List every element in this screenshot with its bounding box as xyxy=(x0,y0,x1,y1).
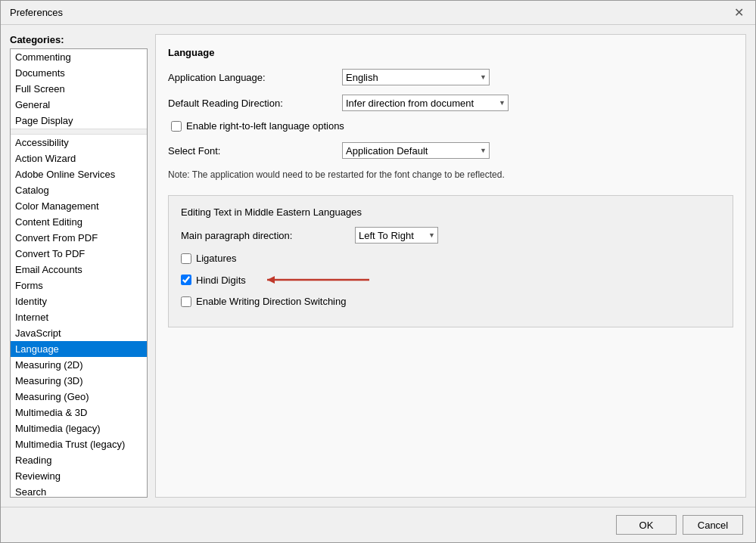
sidebar-item-search[interactable]: Search xyxy=(11,484,147,498)
default-reading-select-wrapper[interactable]: Infer direction from document Left to Ri… xyxy=(342,95,509,111)
content-panel: Language Application Language: English F… xyxy=(155,34,746,498)
app-language-label: Application Language: xyxy=(168,72,342,83)
svg-marker-1 xyxy=(267,276,275,284)
middle-eastern-title: Editing Text in Middle Eastern Languages xyxy=(181,206,720,218)
sidebar-list[interactable]: Commenting Documents Full Screen General… xyxy=(10,48,148,498)
hindi-digits-label[interactable]: Hindi Digits xyxy=(196,275,246,286)
sidebar-item-catalog[interactable]: Catalog xyxy=(11,182,147,198)
sidebar-item-commenting[interactable]: Commenting xyxy=(11,49,147,65)
sidebar-item-documents[interactable]: Documents xyxy=(11,65,147,81)
sidebar-item-measuring2d[interactable]: Measuring (2D) xyxy=(11,357,147,373)
sidebar-item-measuring3d[interactable]: Measuring (3D) xyxy=(11,373,147,389)
sidebar-item-reviewing[interactable]: Reviewing xyxy=(11,468,147,484)
sidebar-item-internet[interactable]: Internet xyxy=(11,309,147,325)
enable-writing-label[interactable]: Enable Writing Direction Switching xyxy=(196,296,346,307)
main-paragraph-label: Main paragraph direction: xyxy=(181,230,355,241)
sidebar-item-convertfrompdf[interactable]: Convert From PDF xyxy=(11,230,147,246)
close-button[interactable]: ✕ xyxy=(731,5,746,20)
titlebar: Preferences ✕ xyxy=(1,1,755,25)
default-reading-label: Default Reading Direction: xyxy=(168,98,342,109)
sidebar-divider xyxy=(11,129,147,135)
section-title: Language xyxy=(168,47,733,58)
sidebar-item-javascript[interactable]: JavaScript xyxy=(11,325,147,341)
select-font-select[interactable]: Application Default Arial Times New Roma… xyxy=(342,142,490,159)
enable-writing-row: Enable Writing Direction Switching xyxy=(181,296,720,307)
sidebar-item-multimedia3d[interactable]: Multimedia & 3D xyxy=(11,405,147,420)
sidebar-item-accessibility[interactable]: Accessibility xyxy=(11,135,147,150)
sidebar-item-actionwizard[interactable]: Action Wizard xyxy=(11,150,147,166)
select-font-label: Select Font: xyxy=(168,145,342,157)
ligatures-checkbox[interactable] xyxy=(181,253,191,264)
enable-rtl-row: Enable right-to-left language options xyxy=(171,120,733,132)
sidebar-item-language[interactable]: Language xyxy=(11,341,147,357)
font-note: Note: The application would need to be r… xyxy=(168,169,733,180)
sidebar-item-general[interactable]: General xyxy=(11,97,147,113)
sidebar-item-pagedisplay[interactable]: Page Display xyxy=(11,113,147,129)
hindi-digits-row: Hindi Digits xyxy=(181,272,720,288)
dialog-title: Preferences xyxy=(10,7,63,18)
main-paragraph-row: Main paragraph direction: Left To Right … xyxy=(181,227,720,244)
main-paragraph-select-wrapper[interactable]: Left To Right Right To Left xyxy=(355,227,438,244)
app-language-select[interactable]: English French German Spanish Japanese xyxy=(342,69,490,85)
ligatures-label[interactable]: Ligatures xyxy=(196,253,236,264)
default-reading-select[interactable]: Infer direction from document Left to Ri… xyxy=(342,95,509,111)
preferences-dialog: Preferences ✕ Categories: Commenting Doc… xyxy=(0,0,756,543)
ligatures-row: Ligatures xyxy=(181,253,720,264)
sidebar-item-forms[interactable]: Forms xyxy=(11,278,147,293)
enable-rtl-label[interactable]: Enable right-to-left language options xyxy=(186,120,344,132)
sidebar-item-emailaccounts[interactable]: Email Accounts xyxy=(11,262,147,278)
sidebar-item-colormanagement[interactable]: Color Management xyxy=(11,198,147,214)
main-content: Categories: Commenting Documents Full Sc… xyxy=(1,25,755,507)
sidebar-item-fullscreen[interactable]: Full Screen xyxy=(11,81,147,97)
select-font-row: Select Font: Application Default Arial T… xyxy=(168,142,733,159)
sidebar-item-adobeonline[interactable]: Adobe Online Services xyxy=(11,166,147,182)
enable-writing-checkbox[interactable] xyxy=(181,296,191,307)
sidebar-item-multimedialegacy[interactable]: Multimedia (legacy) xyxy=(11,420,147,436)
hindi-digits-checkbox[interactable] xyxy=(181,275,191,285)
footer: OK Cancel xyxy=(1,507,755,542)
app-language-select-wrapper[interactable]: English French German Spanish Japanese xyxy=(342,69,490,85)
app-language-row: Application Language: English French Ger… xyxy=(168,69,733,85)
default-reading-row: Default Reading Direction: Infer directi… xyxy=(168,95,733,111)
sidebar-item-contentediting[interactable]: Content Editing xyxy=(11,214,147,230)
sidebar-item-identity[interactable]: Identity xyxy=(11,293,147,309)
cancel-button[interactable]: Cancel xyxy=(683,515,743,535)
sidebar-item-reading[interactable]: Reading xyxy=(11,452,147,468)
sidebar-item-multimediatrustlegacy[interactable]: Multimedia Trust (legacy) xyxy=(11,436,147,452)
main-paragraph-select[interactable]: Left To Right Right To Left xyxy=(355,227,438,244)
sidebar: Categories: Commenting Documents Full Sc… xyxy=(10,34,148,498)
enable-rtl-checkbox[interactable] xyxy=(171,121,182,132)
ok-button[interactable]: OK xyxy=(616,515,677,535)
sidebar-item-measuringgeo[interactable]: Measuring (Geo) xyxy=(11,389,147,405)
red-arrow-annotation xyxy=(260,272,377,288)
sidebar-item-converttopdf[interactable]: Convert To PDF xyxy=(11,246,147,262)
categories-label: Categories: xyxy=(10,34,148,45)
select-font-select-wrapper[interactable]: Application Default Arial Times New Roma… xyxy=(342,142,490,159)
middle-eastern-subsection: Editing Text in Middle Eastern Languages… xyxy=(168,195,733,327)
